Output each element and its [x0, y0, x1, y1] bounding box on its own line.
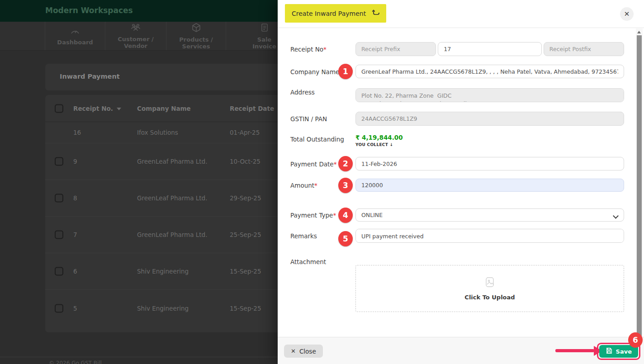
company-name-input[interactable]	[355, 65, 624, 78]
required-star: *	[323, 46, 327, 53]
modal-title: Create Inward Payment	[292, 10, 366, 17]
modal-title-highlight: Create Inward Payment	[285, 4, 386, 23]
payment-type-select[interactable]: ONLINE	[355, 208, 624, 222]
modal-scrollbar[interactable]	[636, 28, 643, 337]
cell-company: GreenLeaf Pharma Ltd.	[137, 231, 207, 238]
scrollbar-thumb[interactable]	[637, 35, 642, 336]
invoice-icon	[260, 23, 269, 34]
amount-input[interactable]	[355, 179, 624, 192]
field-payment-date: Payment Date* 2	[290, 157, 624, 170]
cell-company: GreenLeaf Pharma Ltd.	[137, 194, 207, 202]
field-company-name: Company Name* 1	[290, 65, 624, 78]
cell-receipt-no: 5	[73, 305, 77, 312]
attachment-upload-dropzone[interactable]: Click To Upload	[355, 265, 624, 312]
package-icon	[191, 23, 201, 34]
field-gstin-pan: GSTIN / PAN	[290, 112, 624, 126]
save-disk-icon	[606, 347, 612, 355]
upload-text: Click To Upload	[464, 294, 515, 301]
field-address: Address Plot No. 22, Pharma Zone GIDC Ne…	[290, 88, 624, 104]
row-checkbox[interactable]	[55, 157, 63, 166]
nav-tab-label: Dashboard	[57, 39, 93, 46]
receipt-postfix-input[interactable]	[544, 42, 624, 56]
close-button[interactable]: ✕ Close	[284, 345, 323, 358]
cell-receipt-no: 9	[73, 158, 77, 165]
cell-date: 29-Sep-25	[230, 194, 261, 202]
modal-footer: ✕ Close 6 Save	[278, 337, 644, 364]
required-star: *	[314, 182, 317, 189]
brand-title: Modern Workspaces	[45, 6, 133, 15]
people-icon	[130, 23, 142, 33]
field-attachment: Attachment Click To Upload	[290, 258, 624, 312]
remarks-textarea[interactable]: UPI payment received	[355, 229, 624, 243]
step-badge-1: 1	[338, 64, 353, 79]
field-payment-type: Payment Type* 4 ONLINE	[290, 208, 624, 222]
cell-date: 10-Oct-25	[230, 158, 260, 165]
you-collect-text: YOU COLLECT	[355, 142, 388, 147]
field-total-outstanding: Total Outstanding ₹ 4,19,844.00 YOU COLL…	[290, 134, 624, 147]
nav-tab-label: Customer / Vendor	[110, 36, 161, 49]
required-star: *	[333, 212, 336, 219]
gauge-icon	[70, 26, 80, 37]
required-star: *	[334, 161, 337, 168]
payment-type-label: Payment Type	[290, 212, 333, 219]
undo-icon[interactable]	[372, 9, 379, 18]
payment-date-input[interactable]	[355, 157, 624, 170]
step-badge-3: 3	[338, 178, 353, 193]
step-badge-4: 4	[338, 208, 353, 223]
copyright-text: © 2026 Go GST Bill	[49, 360, 102, 364]
row-checkbox[interactable]	[55, 231, 63, 239]
scroll-up-icon[interactable]	[637, 31, 641, 33]
column-company-name[interactable]: Company Name	[137, 105, 191, 112]
address-label: Address	[290, 88, 355, 96]
create-inward-payment-modal: Create Inward Payment ✕ Receipt No* Comp…	[278, 0, 644, 364]
cell-receipt-no: 8	[73, 194, 77, 202]
total-outstanding-label: Total Outstanding	[290, 134, 355, 143]
gstin-pan-label: GSTIN / PAN	[290, 115, 355, 123]
step-badge-2: 2	[338, 156, 353, 171]
receipt-prefix-input[interactable]	[355, 42, 436, 56]
page-title: Inward Payment	[60, 73, 120, 80]
row-checkbox[interactable]	[55, 267, 63, 276]
step-badge-6: 6	[628, 332, 643, 348]
nav-tab-products-services[interactable]: Products / Services	[166, 22, 226, 50]
logo-area	[0, 22, 45, 50]
company-name-label: Company Name	[290, 68, 339, 76]
image-icon	[484, 276, 496, 290]
field-amount: Amount* 3	[290, 179, 624, 192]
cell-company: Shiv Engineering	[137, 268, 189, 275]
column-receipt-no[interactable]: Receipt No.	[73, 105, 121, 112]
cell-date: 25-Sep-25	[230, 231, 261, 238]
modal-header: Create Inward Payment ✕	[278, 0, 644, 28]
cell-receipt-no: 6	[73, 268, 77, 275]
annotation-arrow	[555, 349, 594, 352]
modal-body: Receipt No* Company Name* 1 Address Plot…	[278, 28, 644, 337]
close-x-icon: ✕	[291, 348, 296, 355]
column-receipt-date[interactable]: Receipt Date	[230, 105, 274, 112]
save-button-label: Save	[616, 348, 632, 355]
down-arrow-icon: ↓	[390, 142, 393, 147]
row-checkbox[interactable]	[55, 304, 63, 312]
nav-tab-label: Sale Invoice	[251, 36, 278, 50]
payment-type-value: ONLINE	[361, 212, 383, 218]
cell-company: Ifox Solutions	[137, 129, 178, 136]
select-all-checkbox[interactable]	[55, 104, 63, 113]
cell-company: GreenLeaf Pharma Ltd.	[137, 158, 207, 165]
address-textarea[interactable]: Plot No. 22, Pharma Zone GIDC Near Fire …	[355, 88, 624, 102]
cell-date: 15-Sep-25	[230, 268, 261, 275]
nav-tab-label: Products / Services	[171, 36, 221, 50]
nav-tab-dashboard[interactable]: Dashboard	[45, 22, 105, 50]
amount-label: Amount	[290, 182, 314, 189]
nav-tab-customer-vendor[interactable]: Customer / Vendor	[105, 22, 166, 50]
receipt-no-input[interactable]	[438, 42, 542, 56]
attachment-label: Attachment	[290, 258, 355, 265]
close-icon[interactable]: ✕	[620, 7, 634, 21]
chevron-down-icon	[614, 213, 618, 217]
row-checkbox[interactable]	[55, 194, 63, 203]
payment-date-label: Payment Date	[290, 161, 334, 168]
sort-caret-icon	[117, 108, 121, 110]
gstin-pan-input[interactable]	[355, 112, 624, 126]
field-remarks: Remarks 5 UPI payment received	[290, 229, 624, 245]
cell-receipt-no: 7	[73, 231, 77, 238]
save-highlight-box: 6 Save	[597, 343, 640, 360]
receipt-no-label: Receipt No	[290, 46, 323, 53]
